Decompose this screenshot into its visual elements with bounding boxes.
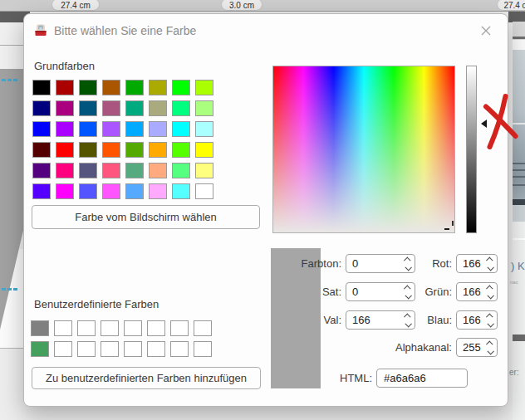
basic-color-swatch[interactable] bbox=[79, 163, 97, 178]
basic-colors-grid bbox=[32, 80, 213, 199]
basic-color-swatch[interactable] bbox=[102, 80, 120, 95]
green-value[interactable]: 166 bbox=[463, 283, 481, 300]
blue-value[interactable]: 166 bbox=[463, 311, 481, 329]
basic-color-swatch[interactable] bbox=[195, 163, 213, 178]
pick-screen-color-button[interactable]: Farbe vom Bildschirm wählen bbox=[32, 205, 260, 229]
blue-decrement-icon[interactable] bbox=[487, 320, 493, 327]
color-dialog: Bitte wählen Sie eine Farbe Grundfarben … bbox=[23, 13, 508, 407]
green-spinbox[interactable]: 166 bbox=[456, 282, 498, 301]
basic-color-swatch[interactable] bbox=[102, 183, 120, 199]
basic-color-swatch[interactable] bbox=[172, 121, 190, 137]
basic-color-swatch[interactable] bbox=[32, 142, 51, 158]
basic-color-swatch[interactable] bbox=[172, 100, 190, 116]
basic-color-swatch[interactable] bbox=[172, 183, 190, 199]
alpha-increment-icon[interactable] bbox=[486, 340, 493, 347]
basic-color-swatch[interactable] bbox=[125, 183, 144, 199]
basic-color-swatch[interactable] bbox=[125, 142, 144, 158]
custom-color-swatch[interactable] bbox=[194, 341, 212, 357]
basic-color-swatch[interactable] bbox=[56, 183, 74, 199]
basic-color-swatch[interactable] bbox=[32, 183, 51, 199]
custom-color-swatch[interactable] bbox=[101, 320, 119, 336]
background-canvas-left-bottom bbox=[0, 349, 25, 420]
basic-color-swatch[interactable] bbox=[56, 121, 74, 137]
custom-colors-label: Benutzerdefinierte Farben bbox=[34, 298, 159, 310]
basic-color-swatch[interactable] bbox=[79, 100, 97, 116]
close-icon[interactable] bbox=[479, 24, 493, 37]
basic-color-swatch[interactable] bbox=[32, 80, 51, 95]
luminance-slider[interactable] bbox=[466, 66, 477, 233]
basic-color-swatch[interactable] bbox=[125, 100, 144, 116]
basic-color-swatch[interactable] bbox=[56, 163, 74, 178]
basic-color-swatch[interactable] bbox=[149, 80, 167, 95]
ruler-divider bbox=[0, 11, 525, 12]
custom-color-swatch[interactable] bbox=[77, 320, 96, 336]
screen: 27.4 cm 3.0 cm 27.4 c ) K nac er: bbox=[0, 0, 525, 420]
basic-color-swatch[interactable] bbox=[79, 183, 97, 199]
luminance-slider-handle-icon[interactable] bbox=[481, 120, 487, 128]
red-value[interactable]: 166 bbox=[463, 255, 481, 272]
custom-color-swatch[interactable] bbox=[77, 341, 96, 357]
basic-color-swatch[interactable] bbox=[102, 163, 120, 178]
basic-color-swatch[interactable] bbox=[125, 163, 144, 178]
custom-color-swatch[interactable] bbox=[147, 341, 165, 357]
custom-color-swatch[interactable] bbox=[31, 341, 49, 357]
custom-color-swatch[interactable] bbox=[101, 341, 119, 357]
ruler-measure-label: 27.4 cm bbox=[52, 0, 100, 11]
basic-color-swatch[interactable] bbox=[195, 80, 213, 95]
custom-color-swatch[interactable] bbox=[147, 320, 165, 336]
basic-color-swatch[interactable] bbox=[56, 80, 74, 95]
basic-color-swatch[interactable] bbox=[195, 121, 213, 137]
custom-color-swatch[interactable] bbox=[170, 341, 189, 357]
dialog-titlebar[interactable]: Bitte wählen Sie eine Farbe bbox=[24, 14, 508, 47]
basic-color-swatch[interactable] bbox=[125, 80, 144, 95]
alpha-value[interactable]: 255 bbox=[463, 339, 481, 356]
sat-label: Sat: bbox=[273, 282, 341, 301]
custom-color-swatch[interactable] bbox=[31, 320, 49, 336]
basic-color-swatch[interactable] bbox=[149, 183, 167, 199]
basic-color-swatch[interactable] bbox=[149, 142, 167, 158]
alpha-spinbox[interactable]: 255 bbox=[456, 338, 498, 357]
val-label: Val: bbox=[273, 310, 341, 330]
basic-color-swatch[interactable] bbox=[56, 100, 74, 116]
alpha-decrement-icon[interactable] bbox=[487, 348, 493, 354]
background-panel-divider bbox=[513, 238, 525, 240]
basic-color-swatch[interactable] bbox=[102, 100, 120, 116]
red-label: Rot: bbox=[356, 254, 452, 273]
custom-color-swatch[interactable] bbox=[124, 320, 142, 336]
blue-spinbox[interactable]: 166 bbox=[456, 310, 498, 330]
basic-color-swatch[interactable] bbox=[195, 142, 213, 158]
red-spinbox[interactable]: 166 bbox=[456, 254, 498, 273]
basic-color-swatch[interactable] bbox=[149, 121, 167, 137]
red-decrement-icon[interactable] bbox=[487, 264, 493, 271]
red-increment-icon[interactable] bbox=[486, 256, 493, 263]
basic-color-swatch[interactable] bbox=[195, 183, 213, 199]
basic-color-swatch[interactable] bbox=[102, 121, 120, 137]
basic-color-swatch[interactable] bbox=[32, 121, 51, 137]
hue-saturation-picker[interactable] bbox=[272, 66, 455, 233]
basic-color-swatch[interactable] bbox=[149, 100, 167, 116]
basic-color-swatch[interactable] bbox=[32, 100, 51, 116]
basic-color-swatch[interactable] bbox=[172, 163, 190, 178]
custom-color-swatch[interactable] bbox=[54, 320, 72, 336]
custom-color-swatch[interactable] bbox=[124, 341, 142, 357]
basic-color-swatch[interactable] bbox=[172, 142, 190, 158]
custom-color-swatch[interactable] bbox=[194, 320, 212, 336]
hue-label: Farbton: bbox=[273, 254, 341, 273]
basic-color-swatch[interactable] bbox=[102, 142, 120, 158]
green-decrement-icon[interactable] bbox=[487, 292, 493, 299]
basic-color-swatch[interactable] bbox=[149, 163, 167, 178]
green-increment-icon[interactable] bbox=[486, 285, 493, 291]
add-custom-color-button[interactable]: Zu benutzerdefinierten Farben hinzufügen bbox=[32, 367, 261, 389]
html-input[interactable]: #a6a6a6 bbox=[376, 369, 468, 388]
basic-color-swatch[interactable] bbox=[56, 142, 74, 158]
basic-color-swatch[interactable] bbox=[172, 80, 190, 95]
basic-color-swatch[interactable] bbox=[79, 142, 97, 158]
basic-color-swatch[interactable] bbox=[79, 80, 97, 95]
custom-color-swatch[interactable] bbox=[54, 341, 72, 357]
blue-increment-icon[interactable] bbox=[486, 313, 493, 320]
custom-color-swatch[interactable] bbox=[170, 320, 189, 336]
basic-color-swatch[interactable] bbox=[195, 100, 213, 116]
basic-color-swatch[interactable] bbox=[125, 121, 144, 137]
basic-color-swatch[interactable] bbox=[32, 163, 51, 178]
basic-color-swatch[interactable] bbox=[79, 121, 97, 137]
